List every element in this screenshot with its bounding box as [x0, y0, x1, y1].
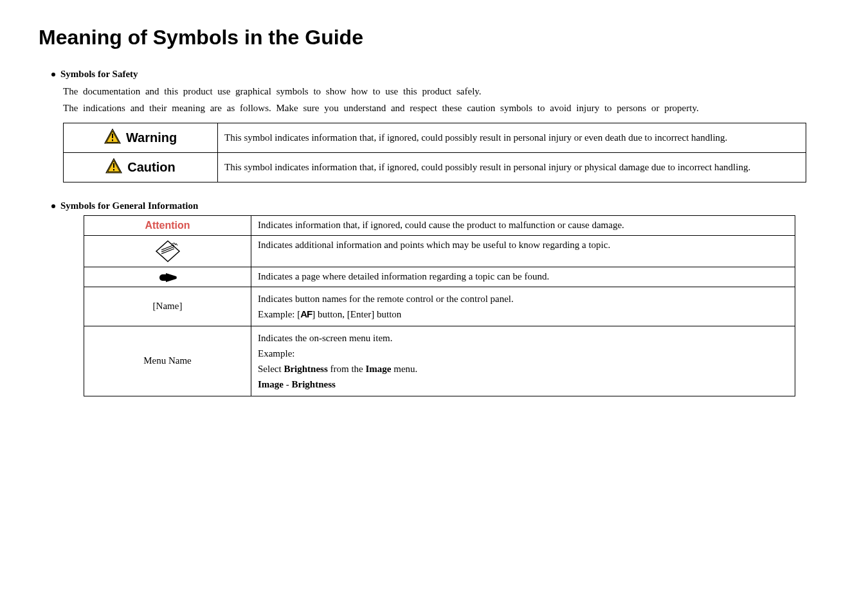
hand-icon-cell	[84, 267, 251, 287]
svg-rect-7	[113, 169, 114, 171]
menu-line3e: menu.	[391, 364, 417, 374]
table-row: Indicates additional information and poi…	[84, 236, 795, 267]
menu-line1: Indicates the on-screen menu item.	[258, 333, 393, 343]
safety-intro-line1: The documentation and this product use g…	[63, 86, 482, 96]
section-safety-heading: Symbols for Safety	[51, 69, 829, 80]
menu-desc: Indicates the on-screen menu item. Examp…	[251, 326, 795, 396]
warning-label-text: Warning	[126, 130, 177, 145]
warning-desc: This symbol indicates information that, …	[218, 123, 806, 153]
menu-line4c: Brightness	[292, 379, 336, 389]
svg-rect-6	[113, 163, 114, 168]
safety-intro-line2: The indications and their meaning are as…	[63, 103, 699, 113]
menu-line4b: -	[284, 379, 292, 389]
table-row: Caution This symbol indicates informatio…	[64, 153, 806, 182]
menu-line3b: Brightness	[284, 364, 327, 374]
af-icon: AF	[300, 308, 312, 319]
bullet-icon	[51, 73, 55, 76]
name-desc-suffix: ] button, [Enter] button	[312, 309, 401, 319]
tip-desc: Indicates additional information and poi…	[251, 236, 795, 267]
table-row: Indicates a page where detailed informat…	[84, 267, 795, 287]
table-row: [Name] Indicates button names for the re…	[84, 287, 795, 326]
table-row: Warning This symbol indicates informatio…	[64, 123, 806, 153]
page-title: Meaning of Symbols in the Guide	[39, 26, 829, 49]
warning-triangle-icon	[104, 129, 121, 147]
attention-label: Attention	[145, 220, 190, 231]
menu-line2: Example:	[258, 348, 294, 359]
tip-icon-cell	[84, 236, 251, 267]
table-row: Attention Indicates information that, if…	[84, 216, 795, 236]
attention-label-cell: Attention	[84, 216, 251, 236]
name-label: [Name]	[84, 287, 251, 326]
menu-line3d: Image	[365, 364, 391, 374]
svg-rect-2	[112, 134, 113, 138]
caution-triangle-icon	[105, 158, 122, 177]
bullet-icon	[51, 204, 55, 208]
svg-rect-3	[112, 139, 113, 141]
info-table: Attention Indicates information that, if…	[84, 215, 795, 396]
menu-label: Menu Name	[84, 326, 251, 396]
pointing-hand-icon	[158, 271, 177, 281]
safety-table: Warning This symbol indicates informatio…	[63, 123, 806, 182]
caution-desc: This symbol indicates information that, …	[218, 153, 806, 182]
safety-intro: The documentation and this product use g…	[63, 84, 829, 116]
menu-line4a: Image	[258, 379, 284, 389]
name-desc-prefix: Example: [	[258, 309, 300, 319]
section-info-heading: Symbols for General Information	[51, 200, 829, 211]
tip-diamond-icon	[155, 245, 181, 255]
caution-label-text: Caution	[127, 160, 175, 175]
section-safety-title: Symbols for Safety	[60, 69, 138, 80]
warning-label-cell: Warning	[64, 123, 218, 153]
name-desc: Indicates button names for the remote co…	[251, 287, 795, 326]
hand-desc: Indicates a page where detailed informat…	[251, 267, 795, 287]
name-desc-line1: Indicates button names for the remote co…	[258, 294, 514, 304]
table-row: Menu Name Indicates the on-screen menu i…	[84, 326, 795, 396]
section-info-title: Symbols for General Information	[60, 200, 198, 211]
caution-label-cell: Caution	[64, 153, 218, 182]
menu-line3a: Select	[258, 364, 284, 374]
attention-desc: Indicates information that, if ignored, …	[251, 216, 795, 236]
menu-line3c: from the	[328, 364, 366, 374]
